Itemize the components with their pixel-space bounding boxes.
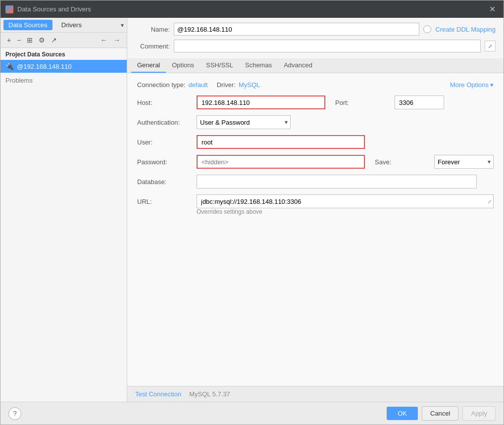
tab-schemas[interactable]: Schemas xyxy=(239,58,278,73)
more-options-label: More Options xyxy=(450,81,489,89)
host-row: Host: Port: xyxy=(137,95,494,109)
name-input[interactable] xyxy=(174,23,419,36)
tab-general[interactable]: General xyxy=(131,58,166,73)
db-version-label: MySQL 5.7.37 xyxy=(189,390,230,398)
url-row: URL: ⤢ xyxy=(137,194,494,208)
database-label: Database: xyxy=(137,178,197,186)
user-label: User: xyxy=(137,139,197,146)
database-input[interactable] xyxy=(197,175,477,189)
host-input[interactable] xyxy=(197,95,325,109)
help-button[interactable]: ? xyxy=(8,407,21,420)
copy-datasource-button[interactable]: ⊞ xyxy=(24,35,35,46)
comment-label: Comment: xyxy=(135,43,170,50)
radio-indicator xyxy=(423,25,431,33)
tab-datasources[interactable]: Data Sources xyxy=(3,20,52,30)
url-expand-button[interactable]: ⤢ xyxy=(488,199,492,204)
tab-ssh-ssl[interactable]: SSH/SSL xyxy=(200,58,239,73)
bottom-bar: Test Connection MySQL 5.7.37 xyxy=(127,386,504,402)
url-input-wrapper: ⤢ xyxy=(197,194,494,208)
user-row: User: xyxy=(137,135,494,149)
connection-info-row: Connection type: default Driver: MySQL M… xyxy=(137,81,494,89)
apply-button[interactable]: Apply xyxy=(462,406,496,421)
datasource-icon: 🔌 xyxy=(5,62,14,70)
sidebar-item-label: @192.168.148.110 xyxy=(17,63,72,70)
nav-back-button[interactable]: ← xyxy=(98,35,110,46)
create-ddl-link[interactable]: Create DDL Mapping xyxy=(435,26,496,33)
auth-row: Authentication: User & Password No auth … xyxy=(137,115,494,129)
problems-label: Problems xyxy=(5,77,33,84)
add-datasource-button[interactable]: + xyxy=(4,35,13,46)
auth-label: Authentication: xyxy=(137,119,197,126)
sidebar-toolbar: + − ⊞ ⚙ ↗ ← → xyxy=(0,33,127,48)
save-select-wrapper: Forever Until restart Never xyxy=(434,155,494,169)
main-content: Data Sources Drivers ▾ + − ⊞ ⚙ ↗ ← → Pro… xyxy=(0,18,504,402)
tab-drivers[interactable]: Drivers xyxy=(56,20,87,30)
comment-expand-button[interactable]: ⤢ xyxy=(485,41,496,51)
password-label: Password: xyxy=(137,158,197,166)
remove-datasource-button[interactable]: − xyxy=(14,35,23,46)
export-button[interactable]: ↗ xyxy=(49,35,59,46)
ok-button[interactable]: OK xyxy=(387,407,418,420)
port-input[interactable] xyxy=(395,95,444,109)
auth-select-wrapper: User & Password No auth Username xyxy=(197,115,291,129)
conn-type-value[interactable]: default xyxy=(189,81,208,89)
save-select[interactable]: Forever Until restart Never xyxy=(434,155,494,169)
cancel-button[interactable]: Cancel xyxy=(422,406,458,421)
password-input[interactable] xyxy=(197,155,365,169)
tab-options[interactable]: Options xyxy=(166,58,200,73)
section-label: Project Data Sources xyxy=(0,48,127,60)
name-label: Name: xyxy=(135,26,170,33)
main-dialog: Data Sources and Drivers ✕ Data Sources … xyxy=(0,0,504,425)
close-button[interactable]: ✕ xyxy=(486,3,499,15)
more-options-button[interactable]: More Options ▾ xyxy=(450,81,494,89)
more-options-arrow: ▾ xyxy=(490,81,494,89)
title-bar: Data Sources and Drivers ✕ xyxy=(0,0,504,18)
password-row: Password: Save: Forever Until restart Ne… xyxy=(137,155,494,169)
problems-section: Problems xyxy=(0,73,127,88)
name-row: Name: Create DDL Mapping xyxy=(135,23,496,36)
nav-forward-button[interactable]: → xyxy=(111,35,123,46)
driver-label: Driver: xyxy=(217,81,236,89)
right-panel: Name: Create DDL Mapping Comment: ⤢ Gene… xyxy=(127,18,504,402)
settings-button[interactable]: ⚙ xyxy=(36,35,48,46)
comment-row: Comment: ⤢ xyxy=(135,40,496,52)
app-icon xyxy=(5,5,13,13)
right-header: Name: Create DDL Mapping Comment: ⤢ xyxy=(127,18,504,56)
panel-body: Connection type: default Driver: MySQL M… xyxy=(127,73,504,386)
driver-value[interactable]: MySQL xyxy=(239,81,260,89)
sidebar: Data Sources Drivers ▾ + − ⊞ ⚙ ↗ ← → Pro… xyxy=(0,18,127,402)
conn-type-label: Connection type: xyxy=(137,81,186,89)
sidebar-item-datasource[interactable]: 🔌 @192.168.148.110 xyxy=(0,60,127,73)
save-label: Save: xyxy=(375,158,434,166)
dialog-title: Data Sources and Drivers xyxy=(17,5,91,13)
title-bar-left: Data Sources and Drivers xyxy=(5,5,91,13)
content-tabs: General Options SSH/SSL Schemas Advanced xyxy=(127,58,504,73)
test-connection-link[interactable]: Test Connection xyxy=(135,390,181,398)
auth-select[interactable]: User & Password No auth Username xyxy=(197,115,291,129)
url-section: URL: ⤢ Overrides settings above xyxy=(137,194,494,215)
sidebar-tabs: Data Sources Drivers ▾ xyxy=(0,18,127,33)
host-label: Host: xyxy=(137,99,197,106)
comment-input[interactable] xyxy=(174,40,481,52)
user-input[interactable] xyxy=(197,135,365,149)
tab-dropdown-arrow[interactable]: ▾ xyxy=(121,22,124,29)
dialog-footer: ? OK Cancel Apply xyxy=(0,402,504,425)
url-label: URL: xyxy=(137,198,197,205)
port-label: Port: xyxy=(335,99,395,106)
url-hint: Overrides settings above xyxy=(197,208,262,215)
url-input[interactable] xyxy=(197,194,494,208)
tab-advanced[interactable]: Advanced xyxy=(278,58,318,73)
database-row: Database: xyxy=(137,175,494,189)
